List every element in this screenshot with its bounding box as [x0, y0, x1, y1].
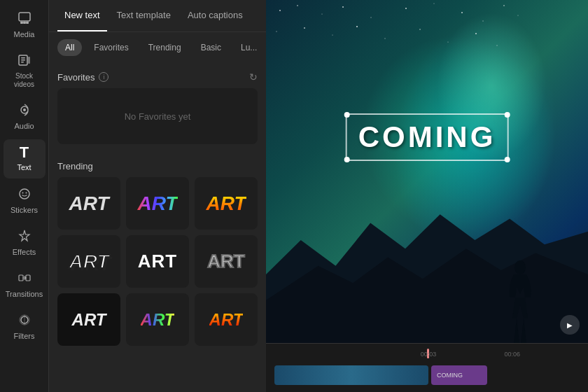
- filters-icon: [18, 313, 31, 329]
- svg-point-30: [276, 31, 276, 31]
- style-preview-9: ART: [209, 310, 244, 330]
- sidebar-item-effects-label: Effects: [13, 248, 36, 257]
- svg-point-19: [279, 10, 281, 11]
- person-silhouette: [501, 259, 540, 343]
- svg-point-12: [22, 192, 23, 193]
- style-card-9[interactable]: ART: [195, 293, 258, 346]
- filter-basic[interactable]: Basic: [193, 39, 229, 56]
- timeline: 00:03 00:06 COMING: [266, 343, 588, 392]
- style-preview-1: ART: [69, 192, 108, 215]
- favorites-refresh-icon[interactable]: ↻: [249, 71, 258, 83]
- svg-point-23: [370, 17, 371, 18]
- svg-rect-15: [26, 275, 30, 281]
- trending-section-header: Trending: [57, 153, 258, 177]
- sidebar-item-filters[interactable]: Filters: [4, 307, 46, 346]
- transitions-icon: [18, 271, 31, 287]
- audio-icon: [18, 103, 31, 119]
- play-button[interactable]: ▶: [560, 315, 580, 335]
- sidebar-item-transitions[interactable]: Transitions: [4, 265, 46, 304]
- svg-point-28: [503, 5, 505, 6]
- timeline-text-clip[interactable]: COMING: [431, 365, 487, 385]
- svg-rect-8: [28, 57, 30, 64]
- svg-point-39: [514, 260, 526, 274]
- svg-point-21: [321, 13, 322, 14]
- sidebar-item-audio[interactable]: Audio: [4, 97, 46, 136]
- sidebar-item-media-label: Media: [14, 30, 35, 39]
- sidebar-item-stickers[interactable]: Stickers: [4, 181, 46, 220]
- text-icon: T: [20, 145, 29, 160]
- svg-rect-2: [23, 22, 26, 24]
- sidebar-item-stock-videos[interactable]: Stockvideos: [4, 48, 46, 94]
- style-card-6[interactable]: ART: [195, 235, 258, 288]
- timeline-text-clip-label: COMING: [437, 372, 463, 379]
- tab-text-template[interactable]: Text template: [110, 0, 178, 31]
- svg-rect-6: [21, 59, 25, 61]
- svg-rect-0: [19, 13, 30, 21]
- sidebar-item-filters-label: Filters: [14, 332, 35, 341]
- trending-title: Trending: [57, 161, 93, 172]
- filter-lu[interactable]: Lu...: [233, 39, 265, 56]
- handle-bottom-right[interactable]: [504, 157, 510, 162]
- svg-point-11: [20, 189, 29, 199]
- style-card-1[interactable]: ART: [57, 177, 120, 230]
- svg-point-35: [419, 29, 421, 30]
- style-card-2[interactable]: ART: [126, 177, 189, 230]
- timeline-video-clip[interactable]: [274, 365, 428, 385]
- style-card-5[interactable]: ART: [126, 235, 189, 288]
- svg-rect-5: [21, 57, 25, 59]
- filter-all[interactable]: All: [57, 39, 82, 56]
- svg-point-13: [25, 192, 27, 193]
- sidebar-item-stickers-label: Stickers: [10, 206, 38, 215]
- favorites-title: Favorites i: [57, 72, 108, 83]
- tab-auto-captions[interactable]: Auto captions: [181, 0, 250, 31]
- style-preview-2: ART: [137, 192, 177, 215]
- sidebar-item-text-label: Text: [17, 163, 31, 172]
- svg-point-29: [517, 15, 518, 15]
- main-area: COMING ▶ 00:03 00:06 COMING: [266, 0, 588, 392]
- sidebar-item-audio-label: Audio: [14, 122, 34, 131]
- sidebar-item-media[interactable]: Media: [4, 6, 46, 45]
- style-card-7[interactable]: ART: [57, 293, 120, 346]
- stickers-icon: [18, 187, 31, 203]
- media-icon: [18, 11, 31, 27]
- svg-point-27: [482, 20, 483, 21]
- svg-point-24: [405, 8, 407, 9]
- sidebar-item-effects[interactable]: Effects: [4, 223, 46, 262]
- text-panel: New text Text template Auto captions All…: [49, 0, 266, 392]
- svg-point-32: [332, 34, 332, 35]
- svg-point-34: [384, 38, 385, 38]
- style-preview-7: ART: [72, 310, 106, 330]
- handle-top-right[interactable]: [504, 112, 510, 118]
- sidebar-item-transitions-label: Transitions: [6, 290, 43, 299]
- sidebar-item-text[interactable]: T Text: [4, 139, 46, 178]
- favorites-info-icon[interactable]: i: [99, 72, 108, 82]
- style-preview-6: ART: [207, 251, 244, 272]
- svg-point-10: [23, 108, 26, 111]
- style-preview-8: ART: [141, 310, 175, 330]
- svg-point-38: [496, 45, 497, 46]
- style-card-8[interactable]: ART: [126, 293, 189, 346]
- timeline-ruler: 00:03 00:06: [266, 346, 588, 360]
- favorites-section-header: Favorites i ↻: [57, 63, 258, 88]
- svg-rect-14: [19, 275, 23, 281]
- timeline-track: COMING: [266, 360, 588, 389]
- style-preview-4: ART: [69, 251, 108, 273]
- svg-point-36: [447, 41, 448, 42]
- tab-new-text[interactable]: New text: [57, 0, 107, 31]
- preview-background: COMING ▶: [266, 0, 588, 343]
- svg-rect-1: [20, 22, 23, 24]
- filter-trending[interactable]: Trending: [141, 39, 189, 56]
- style-card-3[interactable]: ART: [195, 177, 258, 230]
- handle-top-left[interactable]: [344, 112, 350, 118]
- preview-area: COMING ▶: [266, 0, 588, 343]
- svg-point-25: [433, 3, 434, 4]
- panel-tabs: New text Text template Auto captions: [49, 0, 266, 32]
- svg-point-26: [461, 12, 463, 13]
- filter-favorites[interactable]: Favorites: [86, 39, 136, 56]
- svg-point-20: [297, 5, 298, 6]
- preview-text-container[interactable]: COMING: [346, 113, 509, 161]
- style-card-4[interactable]: ART: [57, 235, 120, 288]
- sidebar: Media Stockvideos Audio T Text: [0, 0, 49, 392]
- mountains-layer: [266, 172, 588, 343]
- handle-bottom-left[interactable]: [344, 157, 350, 162]
